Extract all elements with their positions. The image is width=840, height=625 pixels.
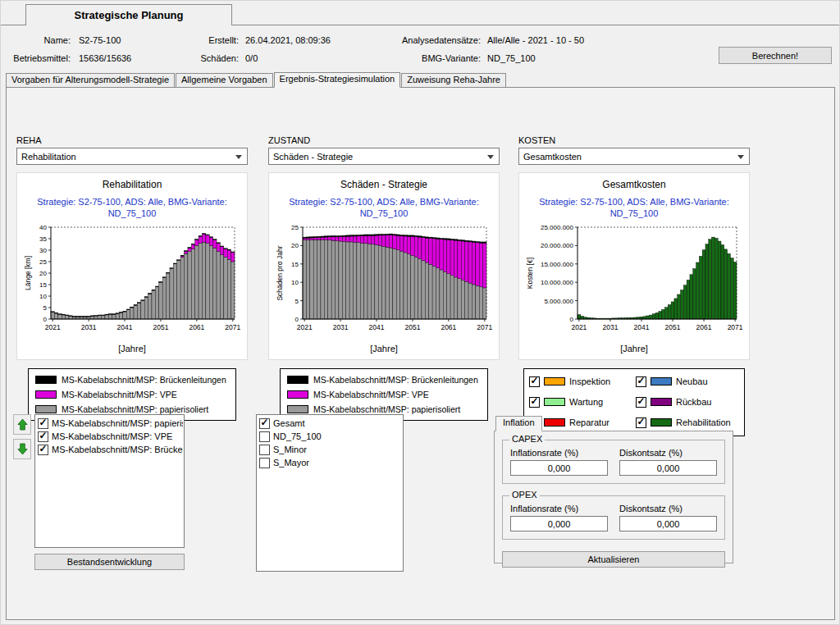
legend-item: MS-Kabelabschnitt/MSP: VPE [35, 390, 229, 399]
legend-item: MS-Kabelabschnitt/MSP: VPE [287, 390, 481, 399]
chart-title: Rehabilitation [19, 179, 245, 190]
capex-diskontsatz-input[interactable] [619, 460, 717, 476]
reha-dropdown[interactable]: Rehabilitation [16, 148, 248, 165]
checkbox[interactable] [38, 418, 48, 429]
checkbox[interactable] [38, 445, 48, 455]
analysedatensaetze-value: Alle/Alle - 2021 - 10 - 50 [487, 35, 584, 45]
svg-text:20.000.000: 20.000.000 [541, 242, 574, 249]
arrow-down-icon [17, 443, 28, 455]
list-item[interactable]: MS-Kabelabschnitt/MSP: papierisoliert [36, 417, 183, 430]
svg-text:10: 10 [39, 293, 47, 300]
reha-chart-panel: Rehabilitation Strategie: S2-75-100, ADS… [16, 172, 248, 360]
title-tab-strip: Strategische Planung [1, 1, 839, 25]
legend-label: Rückbau [676, 397, 711, 407]
svg-text:2061: 2061 [189, 323, 204, 331]
checkbox[interactable] [259, 418, 270, 429]
tab-ergebnis-strategiesimulation[interactable]: Ergebnis-Strategiesimulation [274, 72, 401, 88]
wartung-checkbox[interactable] [529, 397, 540, 408]
legend-item: MS-Kabelabschnitt/MSP: papierisoliert [287, 404, 481, 414]
checkbox[interactable] [259, 431, 270, 442]
capex-inflationsrate-label: Inflationsrate (%) [510, 448, 608, 458]
svg-text:10: 10 [291, 279, 299, 286]
capex-group-label: CAPEX [509, 434, 545, 444]
svg-text:5: 5 [43, 304, 48, 312]
bmg-variante-label: BMG-Variante: [374, 53, 481, 63]
legend-swatch [544, 377, 565, 385]
chevron-down-icon [487, 155, 494, 159]
svg-text:2061: 2061 [441, 323, 456, 331]
svg-text:2051: 2051 [404, 323, 420, 331]
svg-text:2041: 2041 [369, 323, 385, 331]
list-item[interactable]: MS-Kabelabschnitt/MSP: Brückenleitungen [36, 443, 183, 456]
chevron-down-icon [235, 155, 242, 159]
tab-vorgaben-alterungsmodell-strategie[interactable]: Vorgaben für Alterungsmodell-Strategie [6, 73, 175, 87]
legend-swatch [651, 377, 672, 385]
list-item[interactable]: S_Minor [258, 443, 402, 456]
zustand-legend: MS-Kabelabschnitt/MSP: Brückenleitungen … [280, 368, 488, 421]
tab-inflation[interactable]: Inflation [495, 416, 542, 431]
legend-swatch [35, 376, 57, 384]
chart-subtitle: Strategie: S2-75-100, ADS: Alle, BMG-Var… [521, 196, 747, 220]
name-value: S2-75-100 [79, 35, 121, 45]
svg-text:2071: 2071 [225, 323, 240, 331]
list-item-label: S_Mayor [273, 458, 309, 468]
page-title: Strategische Planung [75, 9, 184, 21]
legend-swatch [35, 390, 57, 399]
berechnen-button[interactable]: Berechnen! [719, 47, 832, 64]
opex-inflationsrate-input[interactable] [510, 516, 608, 531]
legend-check-item: Inspektion [529, 376, 632, 387]
bestandsentwicklung-button[interactable]: Bestandsentwicklung [34, 554, 185, 570]
app-window: Strategische Planung Name: S2-75-100 Ers… [0, 0, 840, 625]
legend-swatch [544, 398, 565, 406]
legend-label: MS-Kabelabschnitt/MSP: VPE [62, 390, 177, 399]
reha-section: REHA Rehabilitation Rehabilitation Strat… [16, 135, 248, 421]
list-item-label: Gesamt [273, 418, 305, 428]
legend-swatch [651, 398, 672, 406]
move-down-button[interactable] [13, 439, 31, 459]
arrow-up-icon [17, 418, 28, 431]
asset-checklist[interactable]: MS-Kabelabschnitt/MSP: papierisoliert MS… [34, 414, 185, 548]
svg-text:5.000.000: 5.000.000 [544, 297, 573, 304]
opex-diskontsatz-input[interactable] [619, 516, 717, 531]
erstellt-label: Erstellt: [173, 35, 239, 45]
svg-text:10.000.000: 10.000.000 [541, 279, 574, 286]
list-item-label: ND_75_100 [273, 431, 322, 441]
betriebsmittel-label: Betriebsmittel: [9, 53, 71, 63]
capex-inflationsrate-input[interactable] [510, 460, 608, 476]
kosten-dropdown[interactable]: Gesamtkosten [518, 148, 750, 165]
zustand-dropdown[interactable]: Schäden - Strategie [268, 148, 500, 165]
opex-diskontsatz-label: Diskontsatz (%) [619, 504, 717, 513]
kosten-chart: 05.000.00010.000.00015.000.00020.000.000… [525, 222, 743, 342]
move-up-button[interactable] [13, 414, 31, 435]
tab-allgemeine-vorgaben[interactable]: Allgemeine Vorgaben [176, 73, 273, 87]
inspektion-checkbox[interactable] [529, 376, 540, 387]
legend-item: MS-Kabelabschnitt/MSP: papierisoliert [35, 404, 229, 414]
rueckbau-checkbox[interactable] [636, 397, 646, 408]
analysedatensaetze-label: Analysedatensätze: [374, 35, 481, 45]
kosten-section: KOSTEN Gesamtkosten Gesamtkosten Strateg… [518, 135, 750, 436]
kosten-dropdown-value: Gesamtkosten [523, 152, 582, 162]
neubau-checkbox[interactable] [636, 376, 646, 387]
svg-text:35: 35 [39, 235, 47, 243]
chart-x-axis-label: [Jahre] [19, 344, 245, 354]
checkbox[interactable] [259, 458, 270, 468]
svg-text:20: 20 [39, 270, 47, 277]
zustand-dropdown-value: Schäden - Strategie [273, 152, 353, 162]
chevron-down-icon [737, 155, 744, 159]
list-item[interactable]: Gesamt [258, 417, 402, 430]
svg-text:15: 15 [39, 281, 47, 289]
list-item[interactable]: MS-Kabelabschnitt/MSP: VPE [36, 430, 183, 443]
list-item[interactable]: ND_75_100 [258, 430, 402, 443]
list-item[interactable]: S_Mayor [258, 456, 402, 469]
checkbox[interactable] [259, 445, 270, 455]
checkbox[interactable] [38, 431, 48, 442]
reha-dropdown-value: Rehabilitation [21, 152, 76, 162]
svg-text:2031: 2031 [81, 323, 97, 331]
list-item-label: MS-Kabelabschnitt/MSP: VPE [52, 431, 172, 441]
scenario-checklist[interactable]: Gesamt ND_75_100 S_Minor S_Mayor [256, 414, 404, 572]
capex-diskontsatz-label: Diskontsatz (%) [619, 448, 717, 458]
tab-zuweisung-reha-jahre[interactable]: Zuweisung Reha-Jahre [401, 73, 506, 87]
svg-text:15: 15 [291, 260, 299, 267]
window-title-tab[interactable]: Strategische Planung [25, 4, 232, 25]
aktualisieren-button[interactable]: Aktualisieren [502, 551, 725, 568]
